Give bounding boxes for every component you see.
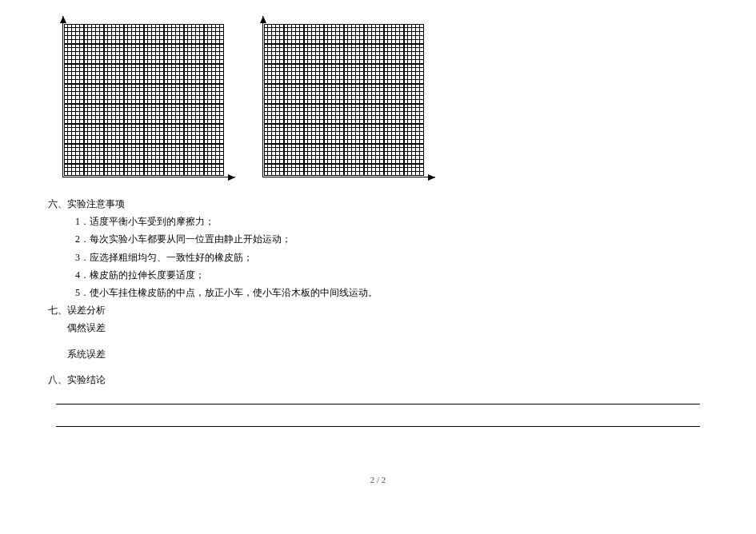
section-seven: 七、误差分析 偶然误差 系统误差 (48, 301, 708, 363)
section-six-item-2: 2．每次实验小车都要从同一位置由静止开始运动； (48, 230, 708, 248)
graph-1 (64, 24, 224, 176)
blank-line-1 (56, 403, 700, 404)
graph-row (64, 24, 708, 176)
section-seven-title: 七、误差分析 (48, 301, 708, 319)
blank-line-2 (56, 425, 700, 427)
section-six: 六、实验注意事项 1．适度平衡小车受到的摩擦力； 2．每次实验小车都要从同一位置… (48, 195, 708, 301)
section-seven-sub2: 系统误差 (48, 345, 708, 363)
graph-1-x-axis (62, 177, 235, 177)
section-six-item-1: 1．适度平衡小车受到的摩擦力； (48, 213, 708, 230)
graph-2-x-axis (262, 177, 435, 177)
section-six-title: 六、实验注意事项 (48, 195, 708, 213)
page: 六、实验注意事项 1．适度平衡小车受到的摩擦力； 2．每次实验小车都要从同一位置… (0, 0, 756, 484)
section-six-item-4: 4．橡皮筋的拉伸长度要适度； (48, 266, 708, 284)
graph-1-y-axis (62, 16, 63, 177)
section-six-item-3: 3．应选择粗细均匀、一致性好的橡皮筋； (48, 249, 708, 266)
graph-2-grid (264, 24, 424, 176)
section-eight-title: 八、实验结论 (48, 371, 708, 389)
section-eight: 八、实验结论 (48, 371, 708, 427)
section-six-item-5: 5．使小车挂住橡皮筋的中点，放正小车，使小车沿木板的中间线运动。 (48, 284, 708, 301)
section-seven-sub1: 偶然误差 (48, 319, 708, 337)
graph-2-y-axis (262, 16, 263, 177)
page-number: 2 / 2 (48, 475, 708, 484)
graph-2 (264, 24, 424, 176)
graph-1-grid (64, 24, 224, 176)
